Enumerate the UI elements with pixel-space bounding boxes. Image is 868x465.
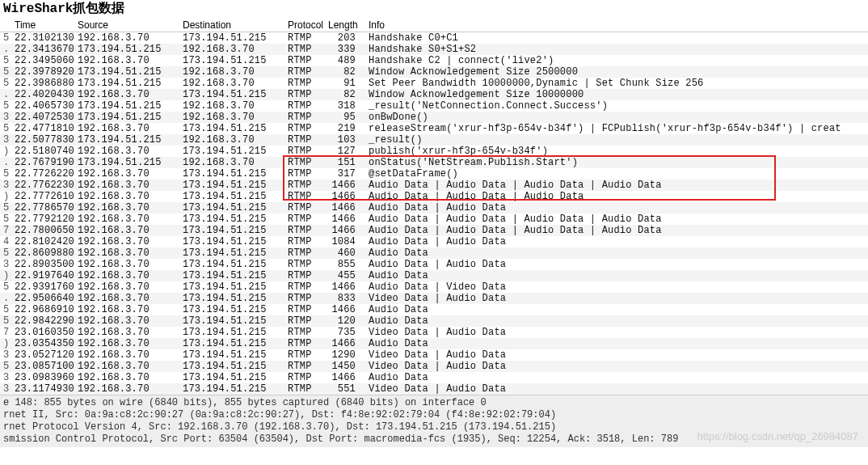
col-header-no[interactable] (0, 19, 11, 32)
cell-info: Set Peer Bandwidth 10000000,Dynamic | Se… (365, 78, 868, 89)
col-header-source[interactable]: Source (74, 19, 179, 32)
cell-protocol: RTMP (284, 225, 325, 236)
cell-time: 22.4771810 (11, 123, 74, 134)
cell-protocol: RTMP (284, 338, 325, 349)
cell-destination: 173.194.51.215 (179, 247, 284, 259)
cell-time: 22.7786570 (11, 202, 74, 213)
cell-no: 7 (0, 327, 11, 338)
table-row[interactable]: )22.5180740192.168.3.70173.194.51.215RTM… (0, 146, 868, 157)
cell-no: ) (0, 146, 11, 157)
cell-time: 22.9686910 (11, 304, 74, 315)
cell-protocol: RTMP (284, 293, 325, 304)
table-row[interactable]: 323.1174930192.168.3.70173.194.51.215RTM… (0, 383, 868, 395)
cell-no: 4 (0, 236, 11, 247)
table-row[interactable]: 522.9842290192.168.3.70173.194.51.215RTM… (0, 315, 868, 327)
table-row[interactable]: 323.0527120192.168.3.70173.194.51.215RTM… (0, 349, 868, 361)
cell-protocol: RTMP (284, 168, 325, 180)
table-header-row[interactable]: Time Source Destination Protocol Length … (0, 19, 868, 32)
cell-protocol: RTMP (284, 270, 325, 281)
cell-protocol: RTMP (284, 281, 325, 293)
cell-protocol: RTMP (284, 89, 325, 100)
table-row[interactable]: 522.7786570192.168.3.70173.194.51.215RTM… (0, 202, 868, 213)
table-row[interactable]: 522.7726220192.168.3.70173.194.51.215RTM… (0, 168, 868, 180)
table-row[interactable]: 522.9686910192.168.3.70173.194.51.215RTM… (0, 304, 868, 315)
cell-length: 855 (325, 259, 365, 270)
cell-source: 192.168.3.70 (74, 372, 179, 383)
table-row[interactable]: 523.0857100192.168.3.70173.194.51.215RTM… (0, 361, 868, 372)
table-row[interactable]: .22.4020430192.168.3.70173.194.51.215RTM… (0, 89, 868, 100)
cell-length: 120 (325, 315, 365, 327)
col-header-protocol[interactable]: Protocol (284, 19, 325, 32)
table-row[interactable]: 522.3102130192.168.3.70173.194.51.215RTM… (0, 32, 868, 44)
cell-source: 192.168.3.70 (74, 270, 179, 281)
cell-no: 5 (0, 361, 11, 372)
table-row[interactable]: 322.4072530173.194.51.215192.168.3.70RTM… (0, 112, 868, 123)
cell-length: 203 (325, 32, 365, 44)
table-row[interactable]: )22.9197640192.168.3.70173.194.51.215RTM… (0, 270, 868, 281)
cell-source: 173.194.51.215 (74, 157, 179, 168)
cell-no: 5 (0, 100, 11, 112)
table-row[interactable]: 322.7762230192.168.3.70173.194.51.215RTM… (0, 180, 868, 191)
table-row[interactable]: 522.8609880192.168.3.70173.194.51.215RTM… (0, 247, 868, 259)
cell-destination: 173.194.51.215 (179, 202, 284, 213)
cell-protocol: RTMP (284, 236, 325, 247)
cell-info: Audio Data (365, 270, 868, 281)
cell-destination: 173.194.51.215 (179, 146, 284, 157)
cell-destination: 192.168.3.70 (179, 112, 284, 123)
cell-time: 22.9842290 (11, 315, 74, 327)
detail-frame[interactable]: e 148: 855 bytes on wire (6840 bits), 85… (3, 397, 865, 409)
cell-time: 22.7792120 (11, 213, 74, 225)
table-row[interactable]: 422.8102420192.168.3.70173.194.51.215RTM… (0, 236, 868, 247)
cell-no: 5 (0, 315, 11, 327)
cell-source: 192.168.3.70 (74, 236, 179, 247)
table-row[interactable]: 322.5077830173.194.51.215192.168.3.70RTM… (0, 134, 868, 146)
cell-time: 22.7772610 (11, 191, 74, 202)
col-header-info[interactable]: Info (365, 19, 868, 32)
table-row[interactable]: .22.9506640192.168.3.70173.194.51.215RTM… (0, 293, 868, 304)
table-row[interactable]: 522.3986880173.194.51.215192.168.3.70RTM… (0, 78, 868, 89)
cell-protocol: RTMP (284, 55, 325, 66)
cell-info: Audio Data | Audio Data (365, 259, 868, 270)
cell-no: . (0, 89, 11, 100)
cell-source: 173.194.51.215 (74, 100, 179, 112)
table-row[interactable]: .22.3413670173.194.51.215192.168.3.70RTM… (0, 44, 868, 55)
cell-protocol: RTMP (284, 383, 325, 395)
table-row[interactable]: 522.4065730173.194.51.215192.168.3.70RTM… (0, 100, 868, 112)
cell-no: 5 (0, 66, 11, 78)
cell-time: 22.3978920 (11, 66, 74, 78)
col-header-time[interactable]: Time (11, 19, 74, 32)
table-row[interactable]: )22.7772610192.168.3.70173.194.51.215RTM… (0, 191, 868, 202)
cell-length: 151 (325, 157, 365, 168)
cell-protocol: RTMP (284, 157, 325, 168)
table-row[interactable]: 522.3495060192.168.3.70173.194.51.215RTM… (0, 55, 868, 66)
cell-destination: 173.194.51.215 (179, 32, 284, 44)
cell-destination: 173.194.51.215 (179, 315, 284, 327)
cell-source: 192.168.3.70 (74, 32, 179, 44)
detail-ethernet[interactable]: rnet II, Src: 0a:9a:c8:2c:90:27 (0a:9a:c… (3, 409, 865, 421)
table-row[interactable]: 522.4771810192.168.3.70173.194.51.215RTM… (0, 123, 868, 134)
table-row[interactable]: .22.7679190173.194.51.215192.168.3.70RTM… (0, 157, 868, 168)
table-row[interactable]: 723.0160350192.168.3.70173.194.51.215RTM… (0, 327, 868, 338)
cell-protocol: RTMP (284, 134, 325, 146)
cell-source: 192.168.3.70 (74, 281, 179, 293)
cell-time: 22.7679190 (11, 157, 74, 168)
table-row[interactable]: 323.0983960192.168.3.70173.194.51.215RTM… (0, 372, 868, 383)
table-row[interactable]: 522.3978920173.194.51.215192.168.3.70RTM… (0, 66, 868, 78)
col-header-destination[interactable]: Destination (179, 19, 284, 32)
table-row[interactable]: 722.7800650192.168.3.70173.194.51.215RTM… (0, 225, 868, 236)
cell-protocol: RTMP (284, 372, 325, 383)
table-row[interactable]: 322.8903500192.168.3.70173.194.51.215RTM… (0, 259, 868, 270)
col-header-length[interactable]: Length (325, 19, 365, 32)
cell-length: 1466 (325, 202, 365, 213)
cell-time: 23.1174930 (11, 383, 74, 395)
table-row[interactable]: 522.9391760192.168.3.70173.194.51.215RTM… (0, 281, 868, 293)
cell-length: 95 (325, 112, 365, 123)
cell-protocol: RTMP (284, 191, 325, 202)
table-row[interactable]: 522.7792120192.168.3.70173.194.51.215RTM… (0, 213, 868, 225)
cell-source: 192.168.3.70 (74, 191, 179, 202)
table-row[interactable]: )23.0354350192.168.3.70173.194.51.215RTM… (0, 338, 868, 349)
cell-length: 489 (325, 55, 365, 66)
cell-length: 1450 (325, 361, 365, 372)
cell-destination: 173.194.51.215 (179, 191, 284, 202)
cell-source: 192.168.3.70 (74, 247, 179, 259)
